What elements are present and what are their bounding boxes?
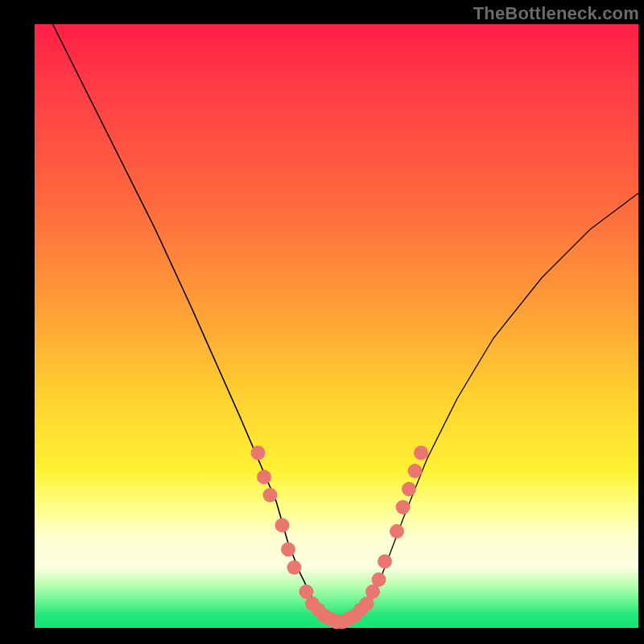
curve-marker — [275, 518, 290, 533]
curve-markers — [251, 446, 429, 630]
curve-marker — [281, 543, 295, 557]
curve-marker — [372, 572, 386, 587]
curve-left-arm — [53, 24, 349, 622]
curve-marker — [378, 555, 392, 569]
curve-svg — [35, 24, 638, 628]
curve-marker — [251, 446, 266, 460]
plot-area — [35, 24, 638, 628]
curve-marker — [257, 470, 271, 485]
curve-marker — [414, 446, 428, 460]
curve-marker — [408, 464, 423, 478]
chart-frame: TheBottleneck.com — [0, 0, 644, 644]
curve-marker — [396, 500, 411, 514]
curve-marker — [402, 482, 416, 497]
curve-marker — [287, 560, 302, 575]
watermark-text: TheBottleneck.com — [473, 3, 639, 24]
curve-marker — [263, 488, 278, 502]
curve-marker — [390, 524, 404, 539]
curve-right-arm — [324, 193, 638, 622]
